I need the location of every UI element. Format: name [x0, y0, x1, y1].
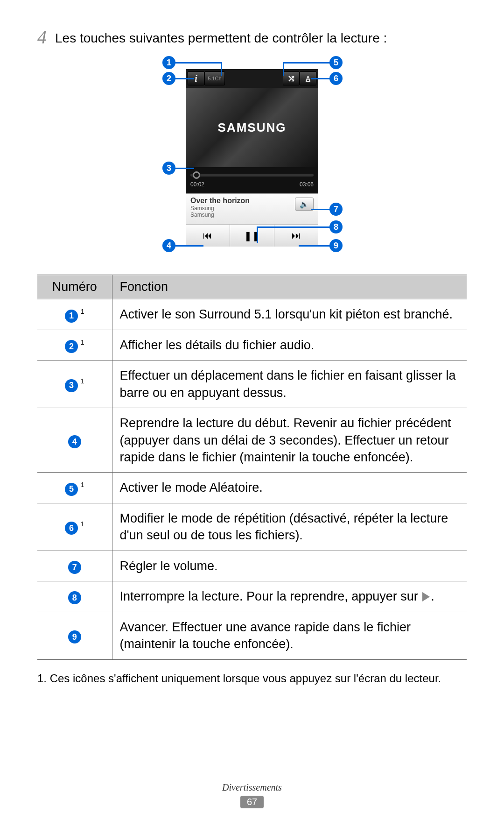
row-func: Effectuer un déplacement dans le fichier…: [112, 360, 467, 408]
progress-track: [190, 174, 314, 177]
progress-handle: [193, 171, 200, 179]
table-row: 3 1 Effectuer un déplacement dans le fic…: [37, 360, 467, 408]
next-icon: ⏭: [274, 225, 318, 247]
row-badge: 4: [68, 435, 81, 448]
callout-figure: 1 2 3 4 5 6 7 8 9 i 5.1Ch ⤭ A: [37, 56, 467, 262]
callout-badge-7: 7: [329, 203, 343, 216]
row-sup: 1: [79, 377, 84, 385]
table-header-row: Numéro Fonction: [37, 275, 467, 299]
row-func: Afficher les détails du fichier audio.: [112, 330, 467, 360]
time-elapsed: 00:02: [190, 181, 204, 188]
header-fonction: Fonction: [112, 275, 467, 299]
track-album: Samsung: [190, 212, 250, 218]
time-total: 03:06: [300, 181, 314, 188]
row-sup: 1: [79, 339, 84, 346]
album-brand: SAMSUNG: [218, 120, 287, 135]
callout-badge-6: 6: [329, 72, 343, 85]
step-text: Les touches suivantes permettent de cont…: [55, 28, 467, 47]
callout-badge-4: 4: [162, 239, 175, 252]
album-art: SAMSUNG: [186, 88, 318, 167]
row-func: Interrompre la lecture. Pour la reprendr…: [112, 581, 467, 612]
row-badge: 8: [68, 591, 81, 604]
table-row: 2 1 Afficher les détails du fichier audi…: [37, 330, 467, 360]
track-artist: Samsung: [190, 205, 250, 212]
prev-icon: ⏮: [186, 225, 230, 247]
player-top-bar: i 5.1Ch ⤭ A: [186, 69, 318, 88]
page-footer: Divertissements 67: [0, 782, 504, 808]
callout-badge-1: 1: [162, 56, 175, 69]
footnote: 1. Ces icônes s'affichent uniquement lor…: [37, 671, 467, 686]
phone-screenshot: i 5.1Ch ⤭ A SAMSUNG 00:02 03:06: [186, 69, 318, 256]
callout-badge-8: 8: [329, 220, 343, 233]
row-badge: 6: [65, 522, 78, 535]
row-badge: 5: [65, 483, 78, 496]
callout-badge-5: 5: [329, 56, 343, 69]
table-row: 1 1 Activer le son Surround 5.1 lorsqu'u…: [37, 299, 467, 330]
table-row: 6 1 Modifier le mode de répétition (désa…: [37, 503, 467, 551]
track-title: Over the horizon: [190, 197, 250, 205]
step-4: 4 Les touches suivantes permettent de co…: [37, 28, 467, 47]
row-badge: 3: [65, 379, 78, 392]
row-func: Activer le mode Aléatoire.: [112, 473, 467, 503]
step-number: 4: [37, 28, 47, 47]
row-badge: 1: [65, 310, 78, 323]
callout-badge-9: 9: [329, 239, 343, 252]
row-sup: 1: [79, 481, 84, 488]
callout-badge-3: 3: [162, 162, 175, 175]
row-func: Régler le volume.: [112, 551, 467, 581]
footer-category: Divertissements: [0, 782, 504, 793]
track-info: Over the horizon Samsung Samsung 🔈: [186, 193, 318, 224]
row-func: Modifier le mode de répétition (désactiv…: [112, 503, 467, 551]
shuffle-icon: ⤭: [283, 71, 300, 85]
row-func: Avancer. Effectuer une avance rapide dan…: [112, 612, 467, 659]
table-row: 8 Interrompre la lecture. Pour la repren…: [37, 581, 467, 612]
callout-badge-2: 2: [162, 72, 175, 85]
row-sup: 1: [79, 520, 84, 528]
row-sup: 1: [79, 308, 84, 315]
table-row: 4 Reprendre la lecture du début. Revenir…: [37, 408, 467, 473]
table-row: 7 Régler le volume.: [37, 551, 467, 581]
row-badge: 9: [68, 630, 81, 643]
function-table: Numéro Fonction 1 1 Activer le son Surro…: [37, 275, 467, 659]
row-badge: 7: [68, 561, 81, 574]
row-func: Activer le son Surround 5.1 lorsqu'un ki…: [112, 299, 467, 330]
row-badge: 2: [65, 340, 78, 353]
play-icon: [422, 592, 430, 601]
page-number: 67: [240, 796, 264, 808]
table-row: 9 Avancer. Effectuer une avance rapide d…: [37, 612, 467, 659]
header-numero: Numéro: [37, 275, 112, 299]
progress-area: 00:02 03:06: [186, 167, 318, 193]
table-row: 5 1 Activer le mode Aléatoire.: [37, 473, 467, 503]
row-func: Reprendre la lecture du début. Revenir a…: [112, 408, 467, 473]
pause-icon: ❚❚: [230, 225, 274, 247]
